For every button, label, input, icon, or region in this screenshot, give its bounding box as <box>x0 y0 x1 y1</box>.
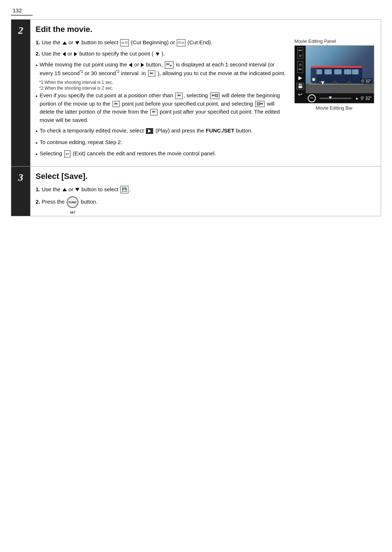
bullet-text-5: Selecting ↩ (Exit) cancels the edit and … <box>40 150 288 159</box>
bullet-text-2: Even if you specify the cut point at a p… <box>40 91 288 124</box>
svg-rect-4 <box>344 69 351 74</box>
svg-rect-5 <box>352 69 359 74</box>
bullet-text-4: To continue editing, repeat Step 2. <box>40 138 288 147</box>
scissors-icon-bullet2a: ✂ <box>175 93 183 99</box>
panel-exit-icon: ↩ <box>298 92 302 97</box>
svg-rect-2 <box>324 69 332 74</box>
instruction-1-num: 1. <box>36 39 40 45</box>
timeline-marker <box>329 97 332 99</box>
editing-bar-time: 0' 32" <box>361 96 372 101</box>
svg-rect-0 <box>311 67 362 83</box>
page-wrapper: 132 2 Edit the movie. 1. Use the or butt… <box>0 0 392 231</box>
func-set-button: FUNCSET <box>67 196 78 208</box>
footnote-2: *2 When the shooting interval is 2 sec. <box>36 86 288 91</box>
bullet-dot-1: • <box>36 61 37 77</box>
section-2: 2 Edit the movie. 1. Use the or button t… <box>11 19 381 167</box>
save-button-icon: 💾 <box>121 186 128 193</box>
bullet-2: • Even if you specify the cut point at a… <box>36 91 288 124</box>
arrow-left-icon-2 <box>62 52 66 56</box>
step2-instructions: 1. Use the or button to select ✂ ⊡ (Cut … <box>36 38 288 161</box>
time-display: 0' 32" <box>360 78 372 83</box>
bullet-dot-4: • <box>36 139 37 147</box>
bullet-dot-5: • <box>36 150 37 159</box>
editing-bar-indicator: ▲ <box>355 96 359 100</box>
instruction-1: 1. Use the or button to select ✂ ⊡ (Cut … <box>36 38 288 47</box>
section3-num-1: 1. <box>36 186 40 192</box>
edit-position-marker <box>321 81 324 84</box>
section3-arrow-down <box>75 188 79 191</box>
section3-instruction-1: 1. Use the or button to select 💾. <box>36 185 374 194</box>
movie-editing-bar: ✂ ▲ 0' 32" <box>306 93 374 103</box>
scissors-icon-bullet1b: ✂ <box>148 70 155 77</box>
bullet-1: • While moving the cut point using the o… <box>36 61 288 77</box>
section-2-title: Edit the movie. <box>36 25 374 34</box>
panel-side-icons: ✂⊡ ⊡✂ ▶ 💾 ↩ <box>295 46 306 103</box>
svg-point-7 <box>312 78 315 81</box>
section-3-title: Select [Save]. <box>36 172 374 181</box>
instruction-2-num: 2. <box>36 50 40 57</box>
section-2-content: Edit the movie. 1. Use the or button to … <box>30 20 381 166</box>
arrow-up-icon-1 <box>62 41 67 45</box>
svg-rect-3 <box>334 69 342 74</box>
arrow-right-bullet1 <box>141 63 144 67</box>
panel-play-icon: ▶ <box>298 75 302 81</box>
section-3: 3 Select [Save]. 1. Use the or button to… <box>11 167 381 217</box>
bullet-5: • Selecting ↩ (Exit) cancels the edit an… <box>36 150 288 159</box>
scissors-icon-bullet2c: ✂ <box>150 109 158 115</box>
bullet-dot-2: • <box>36 92 37 124</box>
func-set-label: FUNC./SET <box>206 127 234 134</box>
panel-label-bottom: Movie Editing Bar <box>294 105 374 111</box>
step-number-2: 2 <box>11 20 30 166</box>
step2-layout: 1. Use the or button to select ✂ ⊡ (Cut … <box>36 38 374 161</box>
cut-begin-icon-2a: ✂⊡ <box>210 93 220 99</box>
superscript-2: *2 <box>116 70 119 74</box>
cut-beginning-icon: ✂ ⊡ <box>120 39 129 47</box>
section3-arrow-up <box>62 188 67 191</box>
step-number-3: 3 <box>11 167 30 216</box>
panel-label-top: Movie Editing Panel <box>294 38 374 44</box>
footnote-1: *1 When the shooting interval is 1 sec. <box>36 80 288 85</box>
panel-save-icon: 💾 <box>297 83 304 90</box>
bullet-3: • To check a temporarily edited movie, s… <box>36 127 288 136</box>
superscript-1: *1 <box>79 70 83 74</box>
scissors-icon-bullet2b: ✂ <box>113 101 120 107</box>
cut-end-icon: ⊡ ✂ <box>177 39 185 47</box>
section3-num-2: 2. <box>36 199 40 205</box>
bullet-text-1: While moving the cut point using the or … <box>40 61 288 77</box>
arrow-left-bullet1 <box>129 63 132 67</box>
svg-rect-11 <box>311 66 362 68</box>
arrow-down-icon-1 <box>75 41 79 45</box>
exit-icon: ↩ <box>64 150 70 158</box>
section3-instruction-2: 2. Press the FUNCSET button. <box>36 196 374 208</box>
movie-frame-area: 0' 32" ✂ <box>306 46 374 103</box>
arrow-right-icon-2 <box>74 52 77 56</box>
cut-point-icon <box>156 53 159 56</box>
bullet-dot-3: • <box>36 127 37 136</box>
panel-cut-end-icon: ⊡✂ <box>297 61 303 73</box>
bullet-text-3: To check a temporarily edited movie, sel… <box>40 127 288 136</box>
timeline-bar <box>319 98 351 99</box>
scissors-circle-icon: ✂ <box>308 94 316 102</box>
section-3-content: Select [Save]. 1. Use the or button to s… <box>30 167 381 216</box>
movie-editing-panel: ✂⊡ ⊡✂ ▶ 💾 ↩ <box>294 45 374 103</box>
page-number: 132 <box>11 7 33 16</box>
scissors-icon-bullet1: ✂✦ <box>165 61 173 69</box>
movie-frame-image: 0' 32" <box>306 46 374 93</box>
instruction-2: 2. Use the or button to specify the cut … <box>36 50 288 58</box>
cut-end-icon-2b: ⊡✂ <box>255 101 265 107</box>
bullet-4: • To continue editing, repeat Step 2. <box>36 138 288 147</box>
step2-panel: Movie Editing Panel ✂⊡ ⊡✂ ▶ 💾 <box>294 38 374 161</box>
train-svg <box>309 61 364 85</box>
panel-cut-begin-icon: ✂⊡ <box>297 47 303 59</box>
